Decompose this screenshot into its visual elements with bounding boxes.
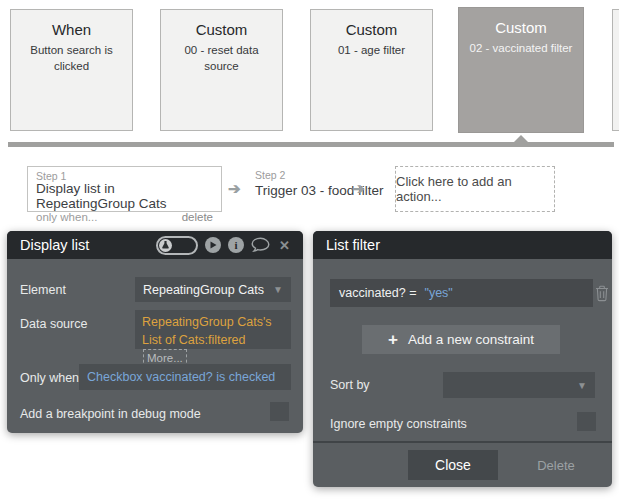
delete-button[interactable]: Delete <box>526 450 586 480</box>
event-card-custom-01[interactable]: Custom 01 - age filter <box>310 9 433 131</box>
event-card-title: Custom <box>459 19 583 37</box>
plus-icon: + <box>388 331 398 348</box>
play-icon[interactable] <box>205 237 221 253</box>
only-when-label: Only when <box>20 371 79 385</box>
data-source-label: Data source <box>20 317 87 331</box>
trash-icon[interactable] <box>595 285 609 306</box>
event-card-title: When <box>11 21 132 39</box>
workflow-divider-bar <box>8 142 614 147</box>
display-list-panel: Display list i ✕ Element <box>7 231 303 433</box>
breakpoint-checkbox[interactable] <box>270 402 289 421</box>
event-card-title: Custom <box>161 21 282 39</box>
event-card-title: Custom <box>311 21 432 39</box>
constraint-row[interactable]: vaccinated? = "yes" <box>330 279 593 307</box>
workflow-editor: When Button search is clicked Custom 00 … <box>0 0 619 500</box>
add-constraint-label: Add a new constraint <box>408 332 534 347</box>
sort-by-dropdown[interactable]: ▼ <box>443 372 595 398</box>
arrow-right-icon: ➔ <box>352 180 365 198</box>
element-dropdown[interactable]: RepeatingGroup Cats ▼ <box>135 277 291 302</box>
panel-title: Display list <box>20 237 156 253</box>
list-filter-panel: List filter vaccinated? = "yes" + Add a … <box>313 231 612 487</box>
ignore-empty-checkbox[interactable] <box>577 412 596 431</box>
flask-icon <box>159 239 172 252</box>
add-action-button[interactable]: Click here to add an action... <box>395 166 555 212</box>
data-source-expression[interactable]: RepeatingGroup Cats's List of Cats:filte… <box>135 310 291 349</box>
event-card-clipped[interactable] <box>612 9 619 131</box>
only-when-input[interactable]: Checkbox vaccinated? is checked <box>79 364 291 390</box>
element-dropdown-value: RepeatingGroup Cats <box>143 283 264 297</box>
event-card-when[interactable]: When Button search is clicked <box>10 9 133 131</box>
ignore-empty-label: Ignore empty constraints <box>330 417 467 431</box>
display-list-header: Display list i ✕ <box>7 231 303 259</box>
add-constraint-button[interactable]: + Add a new constraint <box>362 325 560 354</box>
only-when-value: Checkbox vaccinated? is checked <box>87 370 275 384</box>
panel-title: List filter <box>326 237 599 253</box>
step1-delete-link[interactable]: delete <box>182 211 213 223</box>
sort-by-label: Sort by <box>330 378 370 392</box>
footer-divider <box>313 441 612 443</box>
event-card-subtitle: Button search is clicked <box>11 42 132 74</box>
step1-title: Display list in RepeatingGroup Cats <box>36 181 213 211</box>
event-card-custom-00[interactable]: Custom 00 - reset data source <box>160 9 283 131</box>
close-button[interactable]: Close <box>408 450 498 480</box>
step1-action-box[interactable]: Step 1 Display list in RepeatingGroup Ca… <box>27 166 222 212</box>
constraint-value: "yes" <box>424 286 452 300</box>
event-card-subtitle: 01 - age filter <box>311 42 432 58</box>
event-card-subtitle: 00 - reset data source <box>161 42 282 74</box>
element-label: Element <box>20 283 66 297</box>
debug-toggle[interactable] <box>156 236 198 255</box>
close-icon[interactable]: ✕ <box>279 238 290 253</box>
list-filter-header: List filter <box>313 231 612 259</box>
constraint-key: vaccinated? = <box>339 286 416 300</box>
event-card-subtitle: 02 - vaccinated filter <box>459 40 583 56</box>
speech-bubble-icon[interactable] <box>251 237 270 253</box>
step1-only-when-link[interactable]: only when... <box>36 211 97 223</box>
chevron-down-icon: ▼ <box>273 284 283 295</box>
chevron-down-icon: ▼ <box>577 380 587 391</box>
breakpoint-label: Add a breakpoint in debug mode <box>20 407 201 421</box>
event-card-custom-02-selected[interactable]: Custom 02 - vaccinated filter <box>458 7 584 133</box>
arrow-right-icon: ➔ <box>228 180 241 198</box>
data-source-value: RepeatingGroup Cats's List of Cats:filte… <box>142 315 272 347</box>
info-icon[interactable]: i <box>228 237 244 253</box>
